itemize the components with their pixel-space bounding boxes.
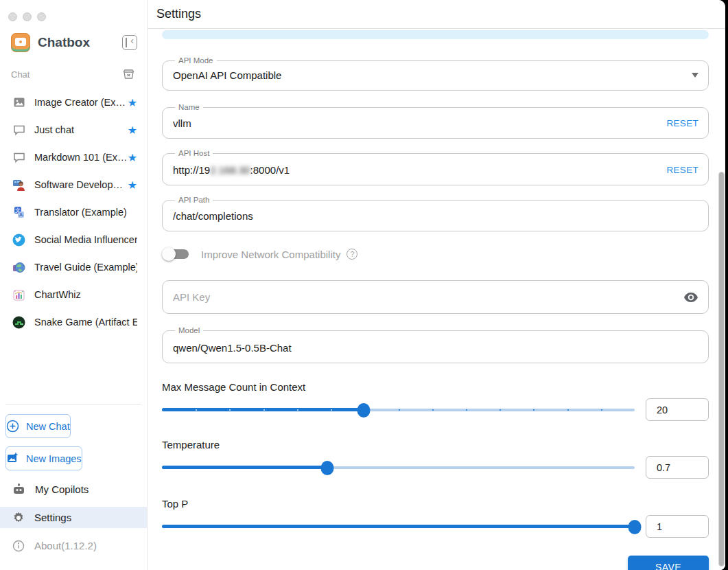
app-title: Chatbox: [38, 35, 122, 50]
new-chat-label: New Chat: [26, 421, 70, 432]
image-icon: [12, 96, 25, 109]
name-reset-button[interactable]: RESET: [666, 118, 698, 128]
plus-circle-icon: [6, 420, 19, 433]
close-window-button[interactable]: [8, 12, 17, 21]
temperature-value-input[interactable]: 0.7: [646, 456, 709, 479]
sidebar: Chatbox Chat Image Creator (Ex… ★: [0, 0, 148, 570]
divider: [5, 404, 141, 404]
sidebar-item-social-media-influencer[interactable]: Social Media Influencer …: [0, 226, 147, 253]
network-compatibility-row: Improve Network Compatibility ?: [162, 246, 709, 262]
max-message-count-slider[interactable]: [162, 398, 635, 422]
sidebar-item-travel-guide[interactable]: Travel Guide (Example): [0, 253, 147, 281]
new-images-button[interactable]: New Images: [5, 446, 82, 470]
chat-bubble-icon: [12, 151, 25, 164]
new-chat-button[interactable]: New Chat: [5, 414, 71, 438]
api-mode-label: API Mode: [175, 57, 217, 65]
zoom-window-button[interactable]: [37, 12, 46, 21]
network-compatibility-toggle[interactable]: [162, 246, 193, 262]
brand-row: Chatbox: [0, 26, 147, 58]
star-icon[interactable]: ★: [128, 124, 137, 137]
sidebar-item-settings[interactable]: Settings: [0, 507, 147, 528]
scrolled-tab-highlight: [162, 30, 709, 39]
temperature-label: Temperature: [162, 439, 709, 451]
api-path-field[interactable]: API Path /chat/completions: [162, 196, 709, 232]
sidebar-item-just-chat[interactable]: Just chat ★: [0, 116, 147, 144]
model-label: Model: [175, 327, 203, 335]
sidebar-item-markdown-101[interactable]: Markdown 101 (Ex… ★: [0, 144, 147, 171]
sidebar-item-label: Travel Guide (Example): [34, 262, 137, 273]
name-field[interactable]: Name vllm RESET: [162, 104, 709, 139]
chart-icon: [12, 288, 25, 301]
my-copilots-label: My Copilots: [35, 483, 89, 495]
star-icon[interactable]: ★: [128, 179, 137, 192]
chat-bubble-icon: [12, 124, 25, 137]
sidebar-item-label: Markdown 101 (Ex…: [34, 152, 128, 163]
eye-icon[interactable]: [683, 292, 698, 303]
name-label: Name: [175, 104, 203, 112]
sidebar-item-label: ChartWhiz: [34, 289, 137, 300]
sidebar-item-about[interactable]: About(1.12.2): [0, 535, 147, 556]
settings-label: Settings: [34, 512, 71, 523]
star-icon[interactable]: ★: [128, 96, 137, 109]
window-controls: [0, 0, 147, 26]
max-message-count-group: Max Message Count in Context 20: [162, 381, 709, 422]
top-p-value-input[interactable]: 1: [646, 515, 709, 538]
chat-section-label: Chat: [11, 69, 30, 80]
help-icon[interactable]: ?: [347, 249, 357, 260]
slider-thumb[interactable]: [629, 520, 642, 534]
api-key-placeholder: API Key: [173, 291, 210, 303]
sidebar-item-snake-game[interactable]: Snake Game (Artifact E…: [0, 308, 147, 336]
sidebar-item-image-creator[interactable]: Image Creator (Ex… ★: [0, 89, 147, 116]
model-field[interactable]: Model qwen/Qwen1.5-0.5B-Chat: [162, 327, 709, 363]
sidebar-item-translator[interactable]: 文A Translator (Example): [0, 198, 147, 226]
sidebar-item-label: Just chat: [34, 124, 128, 135]
minimize-window-button[interactable]: [23, 12, 32, 21]
api-path-label: API Path: [175, 196, 213, 205]
sidebar-item-software-developer[interactable]: Software Develop… ★: [0, 171, 147, 198]
api-host-reset-button[interactable]: RESET: [666, 165, 698, 175]
sidebar-item-label: Image Creator (Ex…: [34, 97, 128, 108]
network-compatibility-label: Improve Network Compatibility: [201, 249, 340, 260]
top-p-group: Top P 1: [162, 498, 709, 538]
sidebar-bottom: New Chat New Images My Copilots Settings: [0, 404, 147, 570]
temperature-group: Temperature 0.7: [162, 439, 709, 479]
twitter-bird-icon: [12, 233, 25, 247]
settings-panel: Settings API Mode OpenAI API Compatible …: [148, 0, 725, 570]
sidebar-item-my-copilots[interactable]: My Copilots: [0, 479, 147, 500]
scrollbar-thumb[interactable]: [718, 172, 725, 567]
star-icon[interactable]: ★: [128, 151, 137, 164]
name-value: vllm: [173, 117, 191, 129]
api-key-input[interactable]: API Key: [162, 280, 709, 314]
max-message-count-value-input[interactable]: 20: [646, 398, 709, 421]
snake-game-icon: [12, 316, 25, 329]
top-p-label: Top P: [162, 498, 709, 510]
top-p-slider[interactable]: [162, 515, 635, 538]
info-icon: [12, 540, 25, 552]
settings-header: Settings: [148, 0, 725, 29]
globe-icon: [12, 261, 25, 274]
slider-thumb[interactable]: [321, 461, 334, 475]
app-window: Chatbox Chat Image Creator (Ex… ★: [0, 0, 725, 570]
redacted-host-segment: 2.168.30: [210, 164, 250, 176]
chevron-down-icon: [692, 73, 698, 81]
api-mode-select[interactable]: API Mode OpenAI API Compatible: [162, 57, 709, 91]
api-host-label: API Host: [175, 150, 213, 158]
clear-conversations-icon[interactable]: [123, 69, 134, 80]
api-path-value: /chat/completions: [173, 210, 253, 222]
translate-icon: 文A: [12, 206, 25, 219]
collapse-sidebar-icon[interactable]: [122, 35, 137, 50]
chat-section-header: Chat: [0, 58, 147, 84]
api-host-value: http://192.168.30:8000/v1: [173, 164, 290, 176]
save-button[interactable]: SAVE: [628, 556, 709, 570]
chatbox-logo-icon: [11, 33, 30, 52]
robot-icon: [12, 483, 25, 495]
slider-thumb[interactable]: [357, 403, 371, 418]
max-message-count-label: Max Message Count in Context: [162, 381, 709, 393]
page-title: Settings: [156, 7, 201, 21]
sidebar-item-chartwhiz[interactable]: ChartWhiz: [0, 281, 147, 308]
image-plus-icon: [6, 452, 19, 465]
temperature-slider[interactable]: [162, 456, 635, 479]
api-host-field[interactable]: API Host http://192.168.30:8000/v1 RESET: [162, 150, 709, 185]
gear-icon: [12, 512, 25, 524]
sidebar-item-label: Social Media Influencer …: [34, 234, 137, 245]
